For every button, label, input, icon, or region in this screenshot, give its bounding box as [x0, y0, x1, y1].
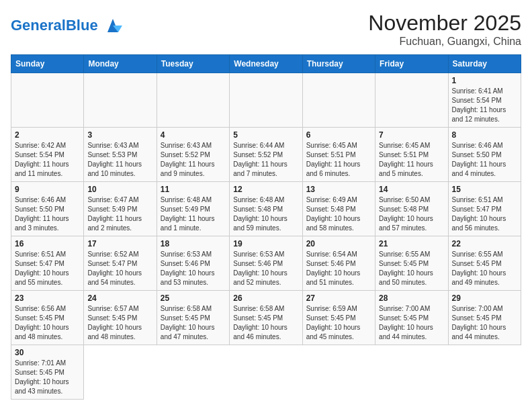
day-cell-30: 30Sunrise: 7:01 AMSunset: 5:45 PMDayligh…	[11, 345, 84, 400]
day-info: Sunrise: 6:59 AMSunset: 5:45 PMDaylight:…	[306, 304, 371, 342]
calendar-week-row: 23Sunrise: 6:56 AMSunset: 5:45 PMDayligh…	[11, 291, 521, 345]
day-number: 26	[233, 293, 298, 303]
day-info: Sunrise: 7:00 AMSunset: 5:45 PMDaylight:…	[452, 304, 517, 342]
day-info: Sunrise: 6:49 AMSunset: 5:48 PMDaylight:…	[306, 195, 371, 233]
day-number: 3	[87, 130, 152, 140]
day-info: Sunrise: 6:43 AMSunset: 5:53 PMDaylight:…	[87, 141, 152, 179]
day-number: 5	[233, 130, 298, 140]
day-cell-16: 16Sunrise: 6:51 AMSunset: 5:47 PMDayligh…	[11, 236, 84, 291]
day-cell-23: 23Sunrise: 6:56 AMSunset: 5:45 PMDayligh…	[11, 291, 84, 345]
day-info: Sunrise: 6:53 AMSunset: 5:46 PMDaylight:…	[233, 250, 298, 287]
day-info: Sunrise: 6:58 AMSunset: 5:45 PMDaylight:…	[161, 304, 226, 342]
day-info: Sunrise: 7:00 AMSunset: 5:45 PMDaylight:…	[379, 304, 444, 342]
day-info: Sunrise: 6:46 AMSunset: 5:50 PMDaylight:…	[452, 141, 517, 179]
day-cell-1: 1Sunrise: 6:41 AMSunset: 5:54 PMDaylight…	[448, 73, 521, 128]
day-info: Sunrise: 6:57 AMSunset: 5:45 PMDaylight:…	[87, 304, 152, 342]
day-cell-13: 13Sunrise: 6:49 AMSunset: 5:48 PMDayligh…	[302, 182, 375, 236]
weekday-header-saturday: Saturday	[448, 55, 521, 73]
day-info: Sunrise: 6:41 AMSunset: 5:54 PMDaylight:…	[452, 87, 517, 124]
weekday-header-friday: Friday	[375, 55, 448, 73]
day-number: 13	[306, 185, 371, 194]
day-number: 16	[15, 239, 80, 248]
title-block: November 2025 Fuchuan, Guangxi, China	[368, 11, 521, 48]
day-cell-4: 4Sunrise: 6:43 AMSunset: 5:52 PMDaylight…	[157, 128, 229, 182]
day-info: Sunrise: 6:58 AMSunset: 5:45 PMDaylight:…	[233, 304, 298, 342]
day-cell-21: 21Sunrise: 6:55 AMSunset: 5:45 PMDayligh…	[375, 236, 448, 291]
day-number: 2	[15, 130, 80, 140]
page-header: GeneralBlue November 2025 Fuchuan, Guang…	[11, 11, 521, 48]
logo: GeneralBlue	[11, 13, 125, 38]
day-info: Sunrise: 6:43 AMSunset: 5:52 PMDaylight:…	[161, 141, 226, 179]
day-number: 18	[161, 239, 226, 248]
day-cell-12: 12Sunrise: 6:48 AMSunset: 5:48 PMDayligh…	[230, 182, 302, 236]
day-info: Sunrise: 6:45 AMSunset: 5:51 PMDaylight:…	[379, 141, 444, 179]
day-number: 22	[452, 239, 517, 248]
calendar-week-row: 30Sunrise: 7:01 AMSunset: 5:45 PMDayligh…	[11, 345, 521, 400]
day-cell-27: 27Sunrise: 6:59 AMSunset: 5:45 PMDayligh…	[302, 291, 375, 345]
day-cell-19: 19Sunrise: 6:53 AMSunset: 5:46 PMDayligh…	[230, 236, 302, 291]
day-info: Sunrise: 6:50 AMSunset: 5:48 PMDaylight:…	[379, 195, 444, 233]
day-info: Sunrise: 6:55 AMSunset: 5:45 PMDaylight:…	[379, 250, 444, 287]
empty-day-cell	[302, 73, 375, 128]
day-number: 23	[15, 293, 80, 303]
day-number: 19	[233, 239, 298, 248]
day-number: 20	[306, 239, 371, 248]
day-cell-2: 2Sunrise: 6:42 AMSunset: 5:54 PMDaylight…	[11, 128, 84, 182]
day-cell-7: 7Sunrise: 6:45 AMSunset: 5:51 PMDaylight…	[375, 128, 448, 182]
day-cell-11: 11Sunrise: 6:48 AMSunset: 5:49 PMDayligh…	[157, 182, 229, 236]
day-cell-6: 6Sunrise: 6:45 AMSunset: 5:51 PMDaylight…	[302, 128, 375, 182]
day-cell-9: 9Sunrise: 6:46 AMSunset: 5:50 PMDaylight…	[11, 182, 84, 236]
day-info: Sunrise: 6:42 AMSunset: 5:54 PMDaylight:…	[15, 141, 80, 179]
calendar-week-row: 16Sunrise: 6:51 AMSunset: 5:47 PMDayligh…	[11, 236, 521, 291]
day-cell-5: 5Sunrise: 6:44 AMSunset: 5:52 PMDaylight…	[230, 128, 302, 182]
day-info: Sunrise: 6:51 AMSunset: 5:47 PMDaylight:…	[452, 195, 517, 233]
day-number: 29	[452, 293, 517, 303]
day-info: Sunrise: 6:56 AMSunset: 5:45 PMDaylight:…	[15, 304, 80, 342]
day-number: 6	[306, 130, 371, 140]
weekday-header-wednesday: Wednesday	[230, 55, 302, 73]
day-cell-28: 28Sunrise: 7:00 AMSunset: 5:45 PMDayligh…	[375, 291, 448, 345]
empty-day-cell	[157, 73, 229, 128]
empty-day-cell	[11, 73, 84, 128]
logo-text: GeneralBlue	[11, 17, 98, 34]
day-cell-29: 29Sunrise: 7:00 AMSunset: 5:45 PMDayligh…	[448, 291, 521, 345]
weekday-header-thursday: Thursday	[302, 55, 375, 73]
weekday-header-sunday: Sunday	[11, 55, 84, 73]
day-number: 4	[161, 130, 226, 140]
weekday-header-row: SundayMondayTuesdayWednesdayThursdayFrid…	[11, 55, 521, 73]
day-cell-3: 3Sunrise: 6:43 AMSunset: 5:53 PMDaylight…	[84, 128, 157, 182]
day-number: 8	[452, 130, 517, 140]
day-number: 12	[233, 185, 298, 194]
day-info: Sunrise: 6:54 AMSunset: 5:46 PMDaylight:…	[306, 250, 371, 287]
day-info: Sunrise: 6:46 AMSunset: 5:50 PMDaylight:…	[15, 195, 80, 233]
day-info: Sunrise: 6:44 AMSunset: 5:52 PMDaylight:…	[233, 141, 298, 179]
day-info: Sunrise: 6:48 AMSunset: 5:49 PMDaylight:…	[161, 195, 226, 233]
day-number: 27	[306, 293, 371, 303]
day-info: Sunrise: 6:52 AMSunset: 5:47 PMDaylight:…	[87, 250, 152, 287]
day-info: Sunrise: 7:01 AMSunset: 5:45 PMDaylight:…	[15, 359, 80, 396]
day-number: 28	[379, 293, 444, 303]
calendar-week-row: 1Sunrise: 6:41 AMSunset: 5:54 PMDaylight…	[11, 73, 521, 128]
day-cell-20: 20Sunrise: 6:54 AMSunset: 5:46 PMDayligh…	[302, 236, 375, 291]
day-number: 14	[379, 185, 444, 194]
logo-icon	[101, 13, 125, 38]
day-info: Sunrise: 6:48 AMSunset: 5:48 PMDaylight:…	[233, 195, 298, 233]
day-cell-14: 14Sunrise: 6:50 AMSunset: 5:48 PMDayligh…	[375, 182, 448, 236]
day-number: 1	[452, 76, 517, 85]
day-number: 25	[161, 293, 226, 303]
day-number: 10	[87, 185, 152, 194]
day-cell-24: 24Sunrise: 6:57 AMSunset: 5:45 PMDayligh…	[84, 291, 157, 345]
day-cell-26: 26Sunrise: 6:58 AMSunset: 5:45 PMDayligh…	[230, 291, 302, 345]
empty-day-cell	[375, 73, 448, 128]
weekday-header-monday: Monday	[84, 55, 157, 73]
calendar-table: SundayMondayTuesdayWednesdayThursdayFrid…	[11, 54, 521, 400]
weekday-header-tuesday: Tuesday	[157, 55, 229, 73]
day-number: 17	[87, 239, 152, 248]
month-year: November 2025	[368, 11, 521, 36]
day-info: Sunrise: 6:55 AMSunset: 5:45 PMDaylight:…	[452, 250, 517, 287]
empty-day-cell	[230, 73, 302, 128]
day-number: 9	[15, 185, 80, 194]
day-info: Sunrise: 6:45 AMSunset: 5:51 PMDaylight:…	[306, 141, 371, 179]
day-number: 30	[15, 348, 80, 357]
day-info: Sunrise: 6:51 AMSunset: 5:47 PMDaylight:…	[15, 250, 80, 287]
